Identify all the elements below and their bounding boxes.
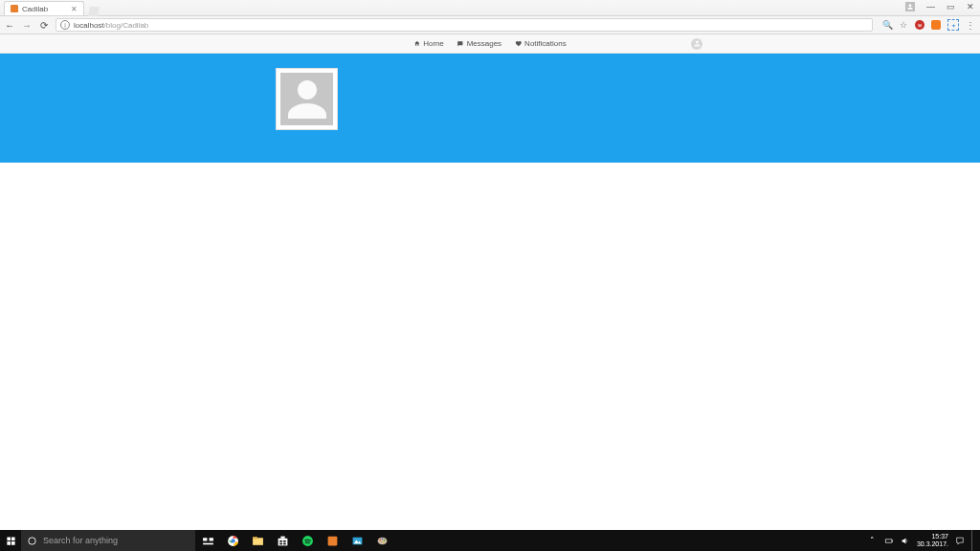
tray-battery-icon[interactable] <box>884 536 894 545</box>
start-button[interactable] <box>0 530 21 551</box>
profile-picture-box[interactable] <box>276 68 338 130</box>
svg-point-0 <box>29 537 35 543</box>
svg-point-20 <box>381 538 383 540</box>
show-desktop-button[interactable] <box>971 530 976 551</box>
chrome-menu-button[interactable]: ⋮ <box>966 20 974 31</box>
browser-tab[interactable]: Cadilab ✕ <box>4 1 84 15</box>
tray-action-center-icon[interactable] <box>955 536 965 545</box>
svg-rect-11 <box>283 540 286 541</box>
svg-rect-1 <box>203 538 207 540</box>
svg-rect-13 <box>283 542 286 544</box>
avatar-silhouette-icon <box>284 77 330 122</box>
heart-icon <box>515 40 522 47</box>
svg-point-22 <box>382 540 384 542</box>
system-tray: ˄ 15:37 30.3.2017. <box>868 530 980 551</box>
svg-rect-12 <box>279 542 282 544</box>
extension-orange-icon[interactable] <box>931 20 941 30</box>
taskbar-apps <box>195 530 394 551</box>
nav-home-link[interactable]: Home <box>413 39 443 48</box>
taskbar-search-placeholder: Search for anything <box>43 536 118 545</box>
back-button[interactable]: ← <box>4 19 15 31</box>
minimize-window-button[interactable]: — <box>926 3 935 11</box>
taskbar-chrome-icon[interactable] <box>220 530 245 551</box>
taskbar-spotify-icon[interactable] <box>295 530 320 551</box>
site-info-icon[interactable]: i <box>60 20 70 30</box>
nav-notifications-link[interactable]: Notifications <box>515 39 567 48</box>
svg-rect-23 <box>885 539 892 541</box>
windows-taskbar: Search for anything ˄ 15:37 30.3.2017. <box>0 530 980 551</box>
url-text: localhost/blog/Cadilab <box>74 21 148 30</box>
svg-rect-15 <box>327 536 337 545</box>
profile-picture-placeholder <box>280 73 333 125</box>
profile-cover <box>0 54 980 163</box>
svg-rect-9 <box>280 536 284 538</box>
chrome-profile-button[interactable] <box>905 2 915 11</box>
svg-rect-10 <box>279 540 282 541</box>
page-viewport: Home Messages Notifications <box>0 34 980 530</box>
messages-icon <box>457 40 464 47</box>
tray-chevron-icon[interactable]: ˄ <box>868 536 878 545</box>
svg-rect-8 <box>278 538 287 545</box>
svg-rect-6 <box>253 538 263 545</box>
svg-rect-2 <box>209 538 212 540</box>
taskbar-photos-icon[interactable] <box>345 530 369 551</box>
tray-date: 30.3.2017. <box>917 540 948 548</box>
svg-point-21 <box>383 539 385 540</box>
taskbar-search[interactable]: Search for anything <box>21 530 195 551</box>
bookmark-star-icon[interactable]: ☆ <box>899 20 908 30</box>
new-tab-button[interactable] <box>88 7 100 16</box>
user-icon <box>693 39 702 48</box>
extension-ublock-icon[interactable]: u <box>915 20 924 30</box>
zoom-icon[interactable]: 🔍 <box>882 20 892 30</box>
svg-rect-7 <box>253 537 257 539</box>
taskbar-explorer-icon[interactable] <box>245 530 270 551</box>
extension-blue-icon[interactable]: ✦ <box>947 19 959 31</box>
close-window-button[interactable]: ✕ <box>967 3 974 11</box>
home-icon <box>413 40 420 47</box>
cortana-icon <box>27 536 37 546</box>
browser-tab-strip: Cadilab ✕ — ▭ ✕ <box>0 0 980 16</box>
reload-button[interactable]: ⟳ <box>38 19 50 31</box>
svg-rect-3 <box>203 542 213 544</box>
svg-point-19 <box>379 539 381 540</box>
forward-button[interactable]: → <box>21 19 33 31</box>
site-navbar: Home Messages Notifications <box>0 34 980 54</box>
nav-messages-label: Messages <box>467 39 501 48</box>
taskbar-store-icon[interactable] <box>270 530 295 551</box>
tray-clock[interactable]: 15:37 30.3.2017. <box>917 533 948 547</box>
window-controls: — ▭ ✕ <box>900 0 980 13</box>
tray-time: 15:37 <box>931 533 948 540</box>
tab-favicon <box>11 5 18 12</box>
close-tab-icon[interactable]: ✕ <box>71 5 78 13</box>
nav-messages-link[interactable]: Messages <box>457 39 501 48</box>
task-view-button[interactable] <box>195 530 220 551</box>
taskbar-paint-icon[interactable] <box>369 530 394 551</box>
nav-notifications-label: Notifications <box>524 39 567 48</box>
svg-rect-24 <box>892 540 893 541</box>
nav-user-avatar[interactable] <box>691 38 702 50</box>
nav-home-label: Home <box>423 39 443 48</box>
address-bar[interactable]: i localhost/blog/Cadilab <box>56 18 873 32</box>
tray-volume-icon[interactable] <box>901 536 910 545</box>
tab-title: Cadilab <box>22 5 48 13</box>
maximize-window-button[interactable]: ▭ <box>947 3 955 11</box>
taskbar-xampp-icon[interactable] <box>320 530 345 551</box>
browser-toolbar: ← → ⟳ i localhost/blog/Cadilab 🔍 ☆ u ✦ ⋮ <box>0 16 980 34</box>
